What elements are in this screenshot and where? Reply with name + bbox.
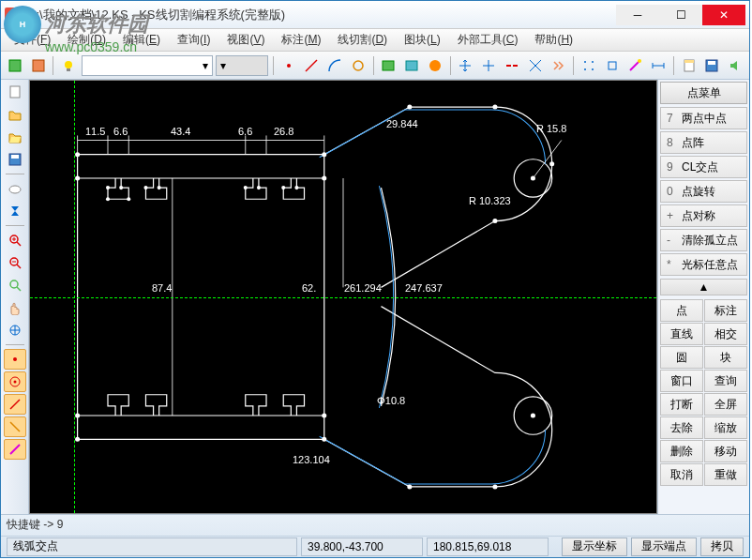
tool-wand-icon[interactable] bbox=[4, 439, 26, 460]
menu-annotate[interactable]: 标注(M) bbox=[274, 30, 328, 50]
layer-combo[interactable]: ▾ bbox=[82, 55, 213, 76]
collapse-arrow-icon[interactable]: ▲ bbox=[660, 279, 747, 295]
opendir-icon[interactable] bbox=[4, 127, 26, 147]
gbtn-break[interactable]: 打断 bbox=[660, 393, 703, 416]
svg-point-76 bbox=[244, 186, 248, 189]
menu-help[interactable]: 帮助(H) bbox=[527, 30, 580, 50]
svg-point-16 bbox=[584, 68, 586, 70]
home-icon[interactable] bbox=[4, 320, 26, 341]
arc-icon[interactable] bbox=[324, 54, 345, 77]
svg-point-69 bbox=[492, 484, 497, 489]
pan-icon[interactable] bbox=[4, 297, 26, 318]
svg-point-68 bbox=[407, 484, 412, 489]
chevrons-icon[interactable] bbox=[548, 54, 568, 77]
dim-icon[interactable] bbox=[648, 54, 669, 77]
cloud-icon[interactable] bbox=[4, 178, 26, 199]
svg-rect-7 bbox=[383, 61, 394, 70]
wand-icon[interactable] bbox=[624, 54, 645, 77]
open-icon[interactable] bbox=[4, 104, 26, 125]
svg-rect-0 bbox=[9, 60, 21, 71]
gbtn-line[interactable]: 直线 bbox=[660, 323, 703, 345]
img2-icon[interactable] bbox=[401, 54, 422, 77]
menu-view[interactable]: 视图(V) bbox=[219, 30, 272, 50]
close-button[interactable]: ✕ bbox=[702, 5, 745, 25]
speaker-icon[interactable] bbox=[725, 54, 745, 77]
circle-icon[interactable] bbox=[348, 54, 368, 77]
gbtn-delete[interactable]: 删除 bbox=[660, 440, 703, 462]
layer1-icon[interactable] bbox=[5, 54, 25, 77]
layer2-icon[interactable] bbox=[28, 54, 49, 77]
move-icon[interactable] bbox=[456, 54, 476, 77]
snap-icon[interactable] bbox=[602, 54, 623, 77]
menu-file[interactable]: 文件(F) bbox=[7, 30, 58, 50]
main-window: D:\我的文档\12.KS - KS线切割编程系统(完整版) ─ ☐ ✕ 文件(… bbox=[0, 0, 750, 558]
point-menu-title[interactable]: 点菜单 bbox=[660, 82, 747, 104]
menu-wirecut[interactable]: 线切割(D) bbox=[330, 30, 395, 50]
dotgrid-icon[interactable] bbox=[579, 54, 599, 77]
svg-point-61 bbox=[322, 437, 326, 442]
menu-edit[interactable]: 编辑(E) bbox=[115, 30, 168, 50]
svg-point-58 bbox=[75, 413, 80, 417]
gbtn-circle[interactable]: 圆 bbox=[660, 346, 703, 369]
gbtn-block[interactable]: 块 bbox=[704, 346, 747, 369]
doc-icon[interactable] bbox=[679, 54, 699, 77]
color-combo[interactable]: ▾ bbox=[216, 55, 268, 76]
gbtn-window[interactable]: 窗口 bbox=[660, 370, 703, 392]
gbtn-annotate[interactable]: 标注 bbox=[704, 299, 747, 322]
rp-item-midpoint[interactable]: 7两点中点 bbox=[660, 107, 747, 129]
save-icon[interactable] bbox=[701, 54, 722, 77]
new-icon[interactable] bbox=[4, 82, 26, 102]
rp-item-mirror[interactable]: +点对称 bbox=[660, 204, 747, 227]
tool-target-icon[interactable] bbox=[4, 371, 26, 392]
gbtn-redo[interactable]: 重做 bbox=[704, 463, 747, 486]
save2-icon[interactable] bbox=[4, 149, 26, 170]
menu-tools[interactable]: 外部工具(C) bbox=[450, 30, 526, 50]
btn-showendpoint[interactable]: 显示端点 bbox=[631, 537, 697, 556]
img1-icon[interactable] bbox=[379, 54, 399, 77]
svg-point-39 bbox=[10, 280, 18, 288]
btn-showcoord[interactable]: 显示坐标 bbox=[562, 537, 627, 556]
gbtn-zoom[interactable]: 缩放 bbox=[704, 416, 747, 439]
gbtn-query[interactable]: 查询 bbox=[704, 370, 747, 392]
drawing-canvas[interactable]: 11.5 6.6 43.4 6.6 26.8 29.844 R 15.8 R 1… bbox=[29, 80, 657, 514]
svg-point-65 bbox=[492, 219, 497, 223]
gbtn-full[interactable]: 全屏 bbox=[704, 393, 747, 416]
status-coord2: 180.815,69.018 bbox=[427, 537, 549, 556]
center-icon[interactable] bbox=[478, 54, 499, 77]
rp-item-clear[interactable]: -清除孤立点 bbox=[660, 229, 747, 251]
gbtn-cancel[interactable]: 取消 bbox=[660, 463, 703, 486]
maximize-button[interactable]: ☐ bbox=[659, 5, 702, 25]
btn-copy[interactable]: 拷贝 bbox=[700, 537, 744, 556]
tool-slash-icon[interactable] bbox=[4, 394, 26, 415]
bulb-icon[interactable] bbox=[58, 54, 79, 77]
menu-block[interactable]: 图块(L) bbox=[397, 30, 448, 50]
rp-item-rotate[interactable]: 0点旋转 bbox=[660, 180, 747, 203]
rp-item-cl[interactable]: 9CL交点 bbox=[660, 156, 747, 178]
minimize-button[interactable]: ─ bbox=[616, 5, 659, 25]
zoomout-icon[interactable] bbox=[4, 252, 26, 273]
menu-query[interactable]: 查询(I) bbox=[170, 30, 218, 50]
gbtn-intersect[interactable]: 相交 bbox=[704, 323, 747, 345]
gbtn-move[interactable]: 移动 bbox=[704, 440, 747, 462]
break-icon[interactable] bbox=[502, 54, 522, 77]
point-icon[interactable] bbox=[278, 54, 299, 77]
tool-point-icon[interactable] bbox=[4, 349, 26, 370]
rp-item-array[interactable]: 8点阵 bbox=[660, 131, 747, 154]
line-icon[interactable] bbox=[302, 54, 323, 77]
flipv-icon[interactable] bbox=[4, 201, 26, 221]
svg-point-14 bbox=[584, 61, 586, 63]
zoomall-icon[interactable] bbox=[4, 275, 26, 295]
svg-line-40 bbox=[17, 287, 21, 291]
left-toolbar bbox=[1, 80, 29, 514]
gbtn-remove[interactable]: 去除 bbox=[660, 416, 703, 439]
zoomin-icon[interactable] bbox=[4, 230, 26, 250]
rp-item-cursor[interactable]: *光标任意点 bbox=[660, 253, 747, 276]
intersect-icon[interactable] bbox=[525, 54, 546, 77]
menubar: 文件(F) 绘制(D) 编辑(E) 查询(I) 视图(V) 标注(M) 线切割(… bbox=[1, 29, 749, 52]
menu-draw[interactable]: 绘制(D) bbox=[60, 30, 113, 50]
svg-point-46 bbox=[13, 381, 16, 384]
tool-slash2-icon[interactable] bbox=[4, 416, 26, 437]
svg-rect-8 bbox=[406, 61, 417, 70]
gbtn-point[interactable]: 点 bbox=[660, 299, 703, 322]
palette-icon[interactable] bbox=[425, 54, 445, 77]
